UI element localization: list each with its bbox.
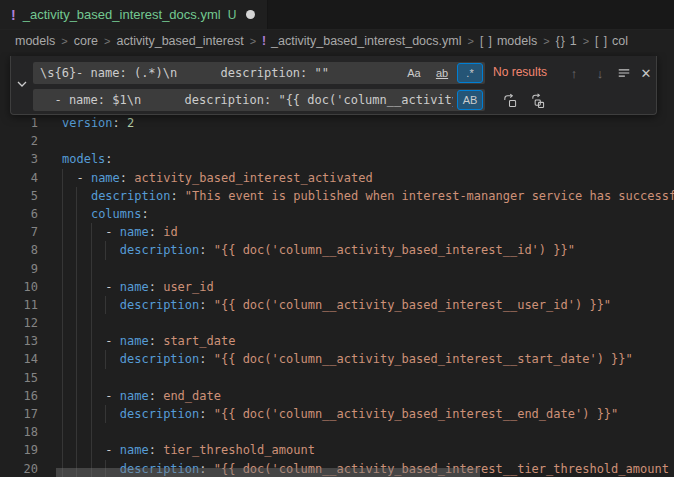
breadcrumb-item[interactable]: {}1 — [556, 34, 577, 48]
line-number[interactable]: 6 — [0, 205, 38, 223]
line-number[interactable]: 15 — [0, 369, 38, 387]
indent-guide — [91, 314, 92, 332]
line-number[interactable]: 20 — [0, 460, 38, 477]
line-number[interactable]: 18 — [0, 423, 38, 441]
indent-guide — [91, 223, 92, 241]
code-line[interactable]: 13 - name: start_date — [0, 332, 674, 350]
code-line[interactable]: 16 - name: end_date — [0, 387, 674, 405]
code-line[interactable]: 14 description: "{{ doc('column__activit… — [0, 350, 674, 368]
match-case-icon[interactable]: Aa — [401, 63, 427, 83]
indent-guide — [76, 423, 77, 441]
chevron-right-icon: > — [61, 35, 67, 47]
modified-dot-icon[interactable] — [246, 10, 255, 19]
line-content[interactable]: version: 2 — [62, 114, 674, 132]
line-content[interactable]: - name: start_date — [62, 332, 674, 350]
code-line[interactable]: 12 — [0, 314, 674, 332]
line-number[interactable]: 14 — [0, 350, 38, 368]
indent-guide — [62, 169, 63, 187]
code-line[interactable]: 2 — [0, 132, 674, 150]
breadcrumb-item[interactable]: activity_based_interest — [117, 34, 244, 48]
code-line[interactable]: 9 — [0, 260, 674, 278]
line-number[interactable]: 11 — [0, 296, 38, 314]
line-content[interactable] — [62, 314, 674, 332]
line-number[interactable]: 3 — [0, 150, 38, 168]
code-line[interactable]: 4 - name: activity_based_interest_activa… — [0, 169, 674, 187]
indent-guide — [62, 241, 63, 259]
line-content[interactable]: columns: — [62, 205, 674, 223]
find-in-selection-icon[interactable] — [613, 63, 635, 83]
indent-guide — [91, 387, 92, 405]
line-number[interactable]: 9 — [0, 260, 38, 278]
close-icon[interactable]: ✕ — [635, 63, 657, 83]
replace-all-icon[interactable] — [526, 90, 548, 110]
line-content[interactable]: description: "{{ doc('column__activity_b… — [62, 350, 674, 368]
replace-icon[interactable] — [498, 90, 520, 110]
code-line[interactable]: 10 - name: user_id — [0, 278, 674, 296]
indent-guide — [62, 423, 63, 441]
code-line[interactable]: 11 description: "{{ doc('column__activit… — [0, 296, 674, 314]
line-content[interactable] — [62, 369, 674, 387]
line-content[interactable]: - name: user_id — [62, 278, 674, 296]
horizontal-scrollbar[interactable] — [56, 468, 480, 477]
line-number[interactable]: 17 — [0, 405, 38, 423]
breadcrumb-label: col — [612, 34, 628, 48]
find-input[interactable] — [33, 66, 401, 80]
indent-guide — [91, 332, 92, 350]
editor[interactable]: Aa ab .* No results ↑ ↓ ✕ AB — [0, 52, 674, 477]
line-content[interactable]: description: "This event is published wh… — [62, 187, 674, 205]
previous-match-icon[interactable]: ↑ — [563, 63, 585, 83]
line-content[interactable] — [62, 423, 674, 441]
breadcrumb-item[interactable]: !_activity_based_interest_docs.yml — [262, 34, 461, 48]
line-content[interactable]: models: — [62, 150, 674, 168]
preserve-case-icon[interactable]: AB — [457, 90, 483, 110]
line-content[interactable]: - name: id — [62, 223, 674, 241]
breadcrumb-label: _activity_based_interest_docs.yml — [271, 34, 461, 48]
breadcrumb-item[interactable]: [ ]models — [480, 34, 537, 48]
indent-guide — [76, 296, 77, 314]
breadcrumb-item[interactable]: models — [15, 34, 55, 48]
line-number[interactable]: 10 — [0, 278, 38, 296]
code-line[interactable]: 5 description: "This event is published … — [0, 187, 674, 205]
line-number[interactable]: 8 — [0, 241, 38, 259]
symbol-icon: {} — [556, 34, 566, 48]
line-content[interactable]: - name: activity_based_interest_activate… — [62, 169, 674, 187]
line-number[interactable]: 4 — [0, 169, 38, 187]
regex-icon[interactable]: .* — [457, 63, 483, 83]
line-content[interactable]: description: "{{ doc('column__activity_b… — [62, 405, 674, 423]
line-number[interactable]: 1 — [0, 114, 38, 132]
line-content[interactable]: - name: tier_threshold_amount — [62, 441, 674, 459]
breadcrumb-label: core — [74, 34, 98, 48]
line-number[interactable]: 19 — [0, 441, 38, 459]
code-lines: 1version: 223models:4 - name: activity_b… — [0, 114, 674, 477]
code-line[interactable]: 1version: 2 — [0, 114, 674, 132]
code-line[interactable]: 3models: — [0, 150, 674, 168]
code-line[interactable]: 19 - name: tier_threshold_amount — [0, 441, 674, 459]
code-line[interactable]: 18 — [0, 423, 674, 441]
code-line[interactable]: 8 description: "{{ doc('column__activity… — [0, 241, 674, 259]
code-line[interactable]: 17 description: "{{ doc('column__activit… — [0, 405, 674, 423]
editor-tab[interactable]: ! _activity_based_interest_docs.yml U — [0, 0, 268, 29]
code-line[interactable]: 15 — [0, 369, 674, 387]
indent-guide — [62, 296, 63, 314]
line-content[interactable]: description: "{{ doc('column__activity_b… — [62, 296, 674, 314]
line-number[interactable]: 5 — [0, 187, 38, 205]
line-number[interactable]: 13 — [0, 332, 38, 350]
code-line[interactable]: 6 columns: — [0, 205, 674, 223]
toggle-replace-chevron-icon[interactable] — [15, 77, 29, 91]
line-number[interactable]: 16 — [0, 387, 38, 405]
line-number[interactable]: 12 — [0, 314, 38, 332]
indent-guide — [76, 187, 77, 205]
line-content[interactable]: description: "{{ doc('column__activity_b… — [62, 241, 674, 259]
breadcrumb-item[interactable]: [ ]col — [595, 34, 628, 48]
line-number[interactable]: 2 — [0, 132, 38, 150]
next-match-icon[interactable]: ↓ — [589, 63, 611, 83]
line-content[interactable] — [62, 132, 674, 150]
code-line[interactable]: 7 - name: id — [0, 223, 674, 241]
replace-input[interactable] — [33, 93, 457, 107]
line-content[interactable] — [62, 260, 674, 278]
code-area[interactable]: 1version: 223models:4 - name: activity_b… — [0, 52, 674, 477]
line-content[interactable]: - name: end_date — [62, 387, 674, 405]
whole-word-icon[interactable]: ab — [429, 63, 455, 83]
line-number[interactable]: 7 — [0, 223, 38, 241]
breadcrumb-item[interactable]: core — [74, 34, 98, 48]
